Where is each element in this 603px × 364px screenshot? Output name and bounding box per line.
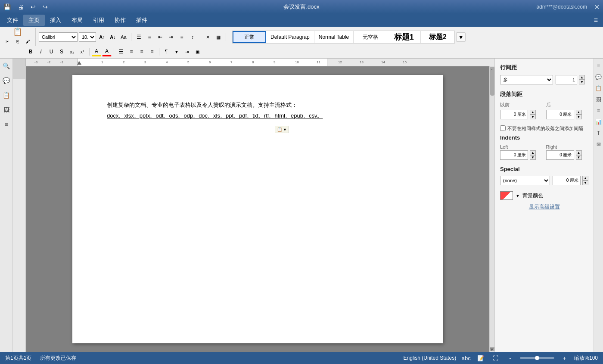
zoom-slider[interactable] xyxy=(520,357,554,359)
menu-item-layout[interactable]: 布局 xyxy=(66,15,88,26)
right-edge-image-icon[interactable]: 🖼 xyxy=(595,96,603,103)
paste-popup-btn[interactable]: 📋 ▼ xyxy=(275,126,289,133)
align-center-btn[interactable]: ≡ xyxy=(127,47,136,56)
clear-format-btn[interactable]: ✕ xyxy=(203,32,212,42)
multi-level-list-btn[interactable]: ≡ xyxy=(177,32,186,42)
more-para-btn[interactable]: ▼ xyxy=(172,47,181,56)
special-type-select[interactable]: (none) xyxy=(500,176,550,185)
scroll-thumb[interactable] xyxy=(490,70,494,96)
font-size-select[interactable]: 10.5 xyxy=(79,32,96,42)
styles-expand-btn[interactable]: ▼ xyxy=(456,32,466,42)
zoom-minus-btn[interactable]: - xyxy=(505,353,515,363)
before-up-btn[interactable]: ▲ xyxy=(530,110,536,115)
shading-btn[interactable]: ▦ xyxy=(214,32,223,42)
scroll-down-btn[interactable] xyxy=(490,347,494,351)
sort-btn[interactable]: ↕ xyxy=(188,32,197,42)
style-default-para[interactable]: Default Paragrap xyxy=(266,31,314,43)
unordered-list-btn[interactable]: ☰ xyxy=(134,32,143,42)
sidebar-format-icon[interactable]: ≡ xyxy=(3,121,10,128)
menu-item-plugin[interactable]: 插件 xyxy=(131,15,152,26)
right-edge-comment-icon[interactable]: 💬 xyxy=(595,73,603,81)
language-btn[interactable]: English (United States) xyxy=(404,355,457,361)
right-edge-text-icon[interactable]: T xyxy=(595,129,603,137)
copy-btn[interactable]: ⎘ xyxy=(13,37,22,46)
underline-btn[interactable]: U xyxy=(47,47,56,56)
show-advanced-btn[interactable]: 显示高级设置 xyxy=(500,203,588,211)
special-up-btn[interactable]: ▲ xyxy=(582,176,588,180)
after-value-input[interactable] xyxy=(546,110,574,119)
style-normal[interactable]: 正常 xyxy=(233,31,266,43)
zoom-plus-btn[interactable]: + xyxy=(559,353,569,363)
indent-left-input[interactable] xyxy=(500,150,528,160)
italic-btn[interactable]: I xyxy=(36,47,46,56)
save-icon[interactable]: 💾 xyxy=(3,3,11,10)
style-normal-table[interactable]: Normal Table xyxy=(314,31,354,43)
menu-item-collaborate[interactable]: 协作 xyxy=(109,15,131,26)
subscript-btn[interactable]: x₂ xyxy=(67,47,77,56)
line-spacing-value-input[interactable] xyxy=(556,75,577,84)
indent-right-up-btn[interactable]: ▲ xyxy=(576,150,582,155)
sidebar-nav-icon[interactable]: 📋 xyxy=(3,91,10,99)
tab-btn[interactable]: ⇥ xyxy=(182,47,192,56)
ordered-list-btn[interactable]: ≡ xyxy=(145,32,154,42)
special-size-input[interactable] xyxy=(553,176,581,185)
right-edge-menu-icon[interactable]: ≡ xyxy=(595,62,603,70)
align-right-btn[interactable]: ≡ xyxy=(137,47,146,56)
indent-left-down-btn[interactable]: ▼ xyxy=(530,155,536,160)
sidebar-search-icon[interactable]: 🔍 xyxy=(3,62,10,70)
menu-item-references[interactable]: 引用 xyxy=(88,15,109,26)
paste-btn[interactable]: 📋 xyxy=(13,28,22,36)
increase-indent-btn[interactable]: ⇥ xyxy=(166,32,176,42)
decrease-indent-btn[interactable]: ⇤ xyxy=(155,32,165,42)
print-icon[interactable]: 🖨 xyxy=(18,3,24,10)
font-family-select[interactable]: Calibri xyxy=(39,32,78,42)
right-edge-chart-icon[interactable]: 📊 xyxy=(595,118,603,126)
text-color-btn[interactable]: A xyxy=(102,47,112,56)
right-edge-clipboard-icon[interactable]: 📋 xyxy=(595,84,603,92)
indent-right-input[interactable] xyxy=(546,150,574,160)
right-edge-settings-icon[interactable]: ≡ xyxy=(595,107,603,115)
same-style-checkbox[interactable] xyxy=(500,125,506,131)
fullscreen-btn[interactable]: ⛶ xyxy=(491,353,500,363)
style-no-spacing[interactable]: 无空格 xyxy=(354,31,387,43)
format-paint-btn[interactable]: 🖌 xyxy=(23,37,33,46)
align-justify-btn[interactable]: ≡ xyxy=(147,47,157,56)
style-heading1[interactable]: 标题1 xyxy=(387,31,421,43)
font-size-decrease-btn[interactable]: A↓ xyxy=(108,32,118,42)
sidebar-comment-icon[interactable]: 💬 xyxy=(3,77,10,84)
line-spacing-down-btn[interactable]: ▼ xyxy=(579,80,585,84)
right-edge-mail-icon[interactable]: ✉ xyxy=(595,140,603,148)
bg-color-swatch[interactable] xyxy=(500,191,513,200)
align-left-btn[interactable]: ☰ xyxy=(116,47,126,56)
before-down-btn[interactable]: ▼ xyxy=(530,115,536,119)
line-spacing-type-select[interactable]: 多 xyxy=(500,75,553,84)
bg-color-dropdown-btn[interactable]: ▼ xyxy=(516,193,520,198)
line-spacing-up-btn[interactable]: ▲ xyxy=(579,75,585,80)
close-icon[interactable]: ✕ xyxy=(594,3,600,11)
track-changes-btn[interactable]: 📝 xyxy=(476,353,485,363)
indent-right-down-btn[interactable]: ▼ xyxy=(576,155,582,160)
menu-item-home[interactable]: 主页 xyxy=(23,15,45,26)
change-case-btn[interactable]: Aa xyxy=(119,32,128,42)
bold-btn[interactable]: B xyxy=(26,47,35,56)
undo-icon[interactable]: ↩ xyxy=(31,3,36,10)
menu-item-insert[interactable]: 插入 xyxy=(45,15,66,26)
menu-item-file[interactable]: 文件 xyxy=(2,15,23,26)
vertical-scrollbar[interactable] xyxy=(489,66,494,352)
after-down-btn[interactable]: ▼ xyxy=(576,115,582,119)
special-down-btn[interactable]: ▼ xyxy=(582,180,588,185)
sidebar-image-icon[interactable]: 🖼 xyxy=(3,106,10,114)
after-up-btn[interactable]: ▲ xyxy=(576,110,582,115)
border-btn[interactable]: ▣ xyxy=(193,47,202,56)
style-heading2[interactable]: 标题2 xyxy=(421,31,454,43)
font-size-increase-btn[interactable]: A↑ xyxy=(97,32,107,42)
superscript-btn[interactable]: x² xyxy=(78,47,87,56)
indent-left-up-btn[interactable]: ▲ xyxy=(530,150,536,155)
cut-btn[interactable]: ✂ xyxy=(3,37,12,46)
spellcheck-btn[interactable]: abc xyxy=(461,353,471,363)
highlight-btn[interactable]: A xyxy=(92,47,101,56)
strikethrough-btn[interactable]: S xyxy=(57,47,66,56)
before-value-input[interactable] xyxy=(500,110,528,119)
show-formatting-btn[interactable]: ¶ xyxy=(162,47,171,56)
menu-more-btn[interactable]: ≡ xyxy=(591,15,601,26)
